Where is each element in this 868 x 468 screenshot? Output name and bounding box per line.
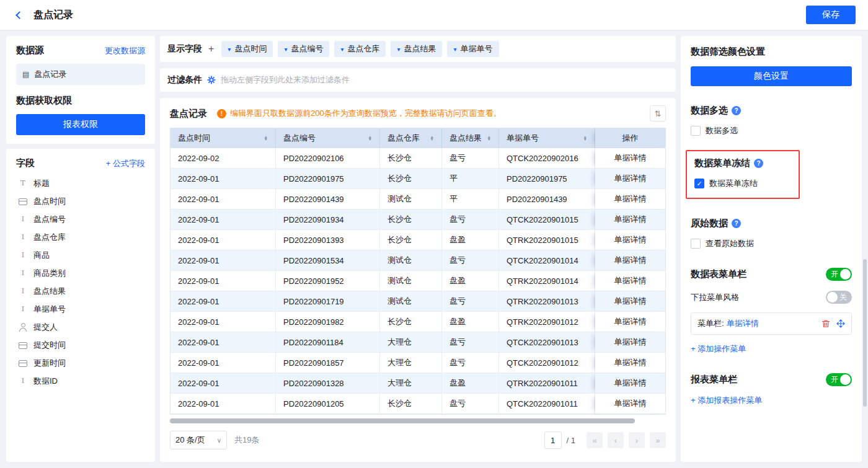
column-header[interactable]: 盘点时间 ▲ ▼ — [170, 128, 276, 148]
report-permission-button[interactable]: 报表权限 — [16, 114, 145, 135]
checkbox-multi-select[interactable] — [691, 126, 701, 136]
topbar: 盘点记录 保存 — [0, 0, 868, 30]
column-header[interactable]: 盘点仓库 ▲ ▼ — [380, 128, 442, 148]
doc-detail-action[interactable]: 单据详情 — [595, 353, 665, 373]
move-menu-icon[interactable] — [836, 319, 845, 328]
menu-item-value[interactable]: 单据详情 — [727, 318, 759, 329]
doc-detail-action[interactable]: 单据详情 — [595, 148, 665, 169]
checkbox-menu-freeze[interactable] — [694, 179, 704, 188]
field-label: 盘点仓库 — [33, 232, 66, 243]
table-menu-toggle[interactable]: 开 — [826, 268, 852, 281]
table-sort-button[interactable]: ⇅ — [650, 105, 666, 121]
first-page-button[interactable]: « — [587, 432, 603, 448]
add-display-field-button[interactable]: + — [208, 43, 214, 55]
horizontal-scrollbar[interactable] — [170, 418, 635, 423]
display-fields-card: 显示字段 + ▾ 盘点时间 ▾ 盘点编号 ▾ 盘点仓库 ▾ 盘点结果 ▾ 单据单… — [160, 36, 676, 62]
add-report-menu-link[interactable]: + 添加报表操作菜单 — [691, 395, 762, 406]
save-button[interactable]: 保存 — [806, 6, 856, 24]
checkbox-raw-data[interactable] — [691, 239, 701, 249]
field-item[interactable]: 盘点编号 — [16, 210, 145, 228]
field-item[interactable]: 提交人 — [16, 318, 145, 336]
cell-warehouse: 测试仓 — [380, 291, 442, 312]
sort-icon[interactable]: ▲ ▼ — [583, 136, 587, 141]
menu-freeze-option[interactable]: 数据菜单冻结 — [694, 178, 791, 189]
column-header[interactable]: 单据单号 ▲ ▼ — [499, 128, 595, 148]
display-field-chip[interactable]: ▾ 盘点时间 — [221, 41, 273, 57]
cell-inventory-code: PD20220901857 — [276, 353, 380, 373]
doc-detail-action[interactable]: 单据详情 — [595, 169, 665, 189]
raw-data-option[interactable]: 查看原始数据 — [691, 238, 852, 249]
delete-menu-icon[interactable] — [822, 319, 830, 328]
cell-result: 盘盈 — [442, 271, 499, 291]
pagination-bar: 20 条/页 ∨ 共19条 1 / 1 « ‹ › » — [170, 431, 666, 449]
cell-inventory-time: 2022-09-01 — [170, 169, 276, 189]
doc-detail-action[interactable]: 单据详情 — [595, 189, 665, 210]
field-item[interactable]: 更新时间 — [16, 354, 145, 372]
toggle-on-label: 开 — [831, 269, 838, 280]
cell-inventory-time: 2022-09-01 — [170, 189, 276, 210]
last-page-button[interactable]: » — [650, 432, 666, 448]
cell-doc-no: QTCK20220901015 — [499, 210, 595, 230]
field-item[interactable]: 商品 — [16, 246, 145, 264]
cell-doc-no: QTCK20220901011 — [499, 394, 595, 414]
gear-icon[interactable] — [207, 76, 216, 84]
doc-detail-action[interactable]: 单据详情 — [595, 373, 665, 394]
display-field-chip[interactable]: ▾ 单据单号 — [447, 41, 498, 57]
field-item[interactable]: 盘点结果 — [16, 282, 145, 300]
doc-detail-action[interactable]: 单据详情 — [595, 394, 665, 414]
doc-detail-action[interactable]: 单据详情 — [595, 230, 665, 250]
page-size-select[interactable]: 20 条/页 ∨ — [170, 431, 227, 449]
cell-inventory-code: PD20220901393 — [276, 230, 380, 250]
column-header[interactable]: 操作 — [595, 128, 665, 148]
vertical-scrollbar[interactable] — [863, 259, 867, 407]
datasource-selected-item[interactable]: ▤ 盘点记录 — [16, 64, 145, 85]
help-icon[interactable]: ? — [732, 219, 741, 228]
dropdown-style-toggle[interactable]: 关 — [826, 291, 852, 304]
cell-warehouse: 长沙仓 — [380, 312, 442, 332]
toggle-on-label: 开 — [831, 374, 838, 385]
help-icon[interactable]: ? — [732, 106, 741, 115]
multi-select-option[interactable]: 数据多选 — [691, 125, 852, 136]
display-field-chip[interactable]: ▾ 盘点编号 — [278, 41, 329, 57]
field-item[interactable]: 盘点仓库 — [16, 228, 145, 246]
menu-freeze-title: 数据菜单冻结 — [694, 157, 750, 169]
doc-detail-action[interactable]: 单据详情 — [595, 312, 665, 332]
toggle-off-label: 关 — [839, 292, 847, 302]
display-field-chip[interactable]: ▾ 盘点仓库 — [334, 41, 386, 57]
column-header[interactable]: 盘点编号 ▲ ▼ — [276, 128, 380, 148]
add-action-menu-link[interactable]: + 添加操作菜单 — [691, 343, 746, 355]
add-formula-field-link[interactable]: + 公式字段 — [106, 158, 145, 169]
multi-select-section: 数据多选 ? 数据多选 — [691, 105, 852, 136]
field-item[interactable]: 盘点时间 — [16, 192, 145, 210]
color-settings-button[interactable]: 颜色设置 — [691, 66, 852, 86]
column-header[interactable]: 盘点结果 ▲ ▼ — [442, 128, 499, 148]
filter-title: 过滤条件 — [167, 74, 202, 86]
field-item[interactable]: 数据ID — [16, 372, 145, 390]
cell-warehouse: 长沙仓 — [380, 230, 442, 250]
current-page-input[interactable]: 1 — [544, 431, 562, 449]
next-page-button[interactable]: › — [629, 432, 645, 448]
display-field-chip[interactable]: ▾ 盘点结果 — [391, 41, 442, 57]
doc-detail-action[interactable]: 单据详情 — [595, 250, 665, 271]
field-item[interactable]: 商品类别 — [16, 264, 145, 282]
column-label: 单据单号 — [507, 133, 539, 144]
prev-page-button[interactable]: ‹ — [608, 432, 624, 448]
sort-icon[interactable]: ▲ ▼ — [430, 136, 434, 141]
sort-icon[interactable]: ▲ ▼ — [368, 136, 372, 141]
table-row: 2022-09-01 PD20220901393 长沙仓 盘盈 QTRK2022… — [170, 230, 665, 250]
doc-detail-action[interactable]: 单据详情 — [595, 271, 665, 291]
field-item[interactable]: 单据单号 — [16, 300, 145, 318]
sort-icon[interactable]: ▲ ▼ — [487, 136, 491, 141]
doc-detail-action[interactable]: 单据详情 — [595, 291, 665, 312]
field-label: 商品 — [33, 250, 50, 261]
change-datasource-link[interactable]: 更改数据源 — [105, 45, 145, 56]
report-menu-toggle[interactable]: 开 — [826, 373, 852, 386]
field-item[interactable]: 标题 — [16, 174, 145, 192]
back-button[interactable] — [12, 8, 26, 22]
column-label: 盘点编号 — [283, 133, 316, 144]
sort-icon[interactable]: ▲ ▼ — [264, 136, 268, 141]
help-icon[interactable]: ? — [754, 159, 763, 168]
doc-detail-action[interactable]: 单据详情 — [595, 210, 665, 230]
doc-detail-action[interactable]: 单据详情 — [595, 332, 665, 353]
field-item[interactable]: 提交时间 — [16, 336, 145, 354]
